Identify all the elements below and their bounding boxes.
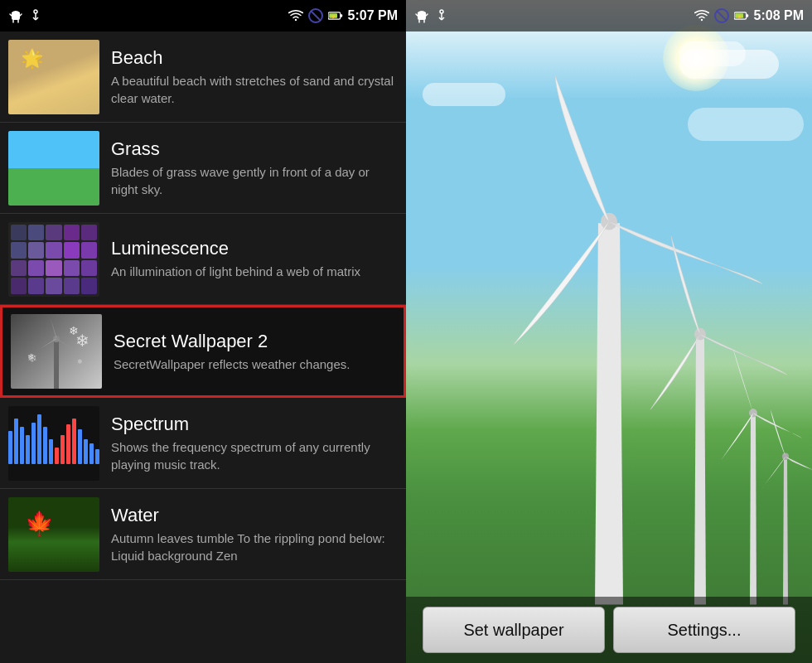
spectrum-bar (8, 431, 12, 464)
svg-line-25 (426, 14, 428, 16)
left-time: 5:07 PM (348, 8, 398, 23)
battery-icon: ⚡ (328, 8, 343, 23)
lumi-name: Luminescence (111, 238, 398, 259)
lumi-cell (81, 242, 97, 259)
beach-name: Beach (111, 47, 398, 69)
lumi-info: Luminescence An illumination of light be… (111, 238, 398, 280)
set-wallpaper-button[interactable]: Set wallpaper (423, 607, 605, 653)
lumi-cell (28, 260, 44, 277)
android-icon (8, 8, 23, 23)
lumi-cell (46, 225, 61, 241)
spectrum-bar (89, 443, 94, 464)
spectrum-bar (49, 439, 53, 464)
spectrum-desc: Shows the frequency spectrum of any curr… (111, 438, 398, 473)
svg-rect-14 (340, 14, 341, 17)
spectrum-thumb (8, 406, 99, 481)
spectrum-bar (60, 435, 65, 464)
spectrum-bar (20, 427, 24, 464)
spectrum-bars (8, 419, 99, 468)
list-item[interactable]: Grass Blades of grass wave gently in fro… (0, 123, 406, 214)
lumi-cell (11, 225, 27, 241)
svg-text:❄: ❄ (69, 324, 79, 337)
lumi-cell (64, 278, 80, 294)
left-panel: ⚡ 5:07 PM Beach A beautiful beach with s… (0, 0, 406, 663)
list-item[interactable]: Beach A beautiful beach with stretches o… (0, 31, 406, 123)
svg-point-32 (700, 19, 702, 21)
turbines-svg (406, 50, 812, 613)
spectrum-bar (31, 423, 36, 464)
lumi-thumbnail (8, 222, 99, 297)
svg-point-6 (34, 10, 37, 13)
beach-thumbnail (8, 40, 99, 114)
secret-desc: SecretWallpaper reflects weather changes… (114, 356, 395, 373)
list-item[interactable]: Luminescence An illumination of light be… (0, 214, 406, 305)
lumi-cell (64, 260, 80, 277)
left-status-icons (8, 8, 43, 23)
beach-desc: A beautiful beach with stretches of sand… (111, 72, 398, 107)
svg-line-3 (20, 14, 22, 16)
usb-icon (28, 8, 43, 23)
lumi-cell (46, 242, 61, 259)
right-time: 5:08 PM (754, 8, 804, 23)
svg-text:⚡: ⚡ (331, 13, 337, 20)
grass-thumbnail (8, 131, 99, 206)
secret-name: Secret Wallpaper 2 (114, 331, 395, 352)
list-item[interactable]: Spectrum Shows the frequency spectrum of… (0, 398, 406, 489)
svg-text:❄: ❄ (27, 352, 34, 361)
lumi-desc: An illumination of light behind a web of… (111, 263, 398, 280)
svg-text:❄: ❄ (77, 358, 83, 365)
right-status-right: ⚡ 5:08 PM (694, 8, 804, 23)
right-status-icons (414, 8, 449, 23)
grass-name: Grass (111, 138, 398, 160)
spectrum-bar (14, 419, 18, 464)
lumi-cell (11, 278, 27, 294)
spectrum-bar (95, 449, 99, 464)
lumi-cell (28, 242, 44, 259)
spectrum-bar (84, 439, 88, 464)
svg-rect-36 (746, 14, 747, 17)
lumi-cell (11, 242, 27, 259)
svg-marker-43 (750, 414, 756, 604)
svg-point-10 (294, 19, 296, 21)
svg-marker-39 (595, 223, 623, 604)
svg-point-46 (782, 452, 789, 459)
spectrum-bar (26, 435, 30, 464)
wallpaper-list: Beach A beautiful beach with stretches o… (0, 31, 406, 663)
usb-icon-right (434, 8, 449, 23)
wifi-icon (288, 8, 303, 23)
right-panel: ⚡ 5:08 PM (406, 0, 812, 663)
water-desc: Autumn leaves tumble To the rippling pon… (111, 530, 398, 564)
spectrum-bar (66, 424, 70, 464)
battery-icon-right: ⚡ (734, 8, 749, 23)
lumi-cell (28, 278, 44, 294)
secret-thumbnail: ❄ ❄ ❄ (11, 314, 102, 389)
wallpaper-preview (406, 0, 812, 663)
spectrum-info: Spectrum Shows the frequency spectrum of… (111, 414, 398, 473)
svg-marker-41 (694, 336, 706, 604)
grass-info: Grass Blades of grass wave gently in fro… (111, 138, 398, 198)
water-info: Water Autumn leaves tumble To the rippli… (111, 505, 398, 564)
secret-thumb: ❄ ❄ ❄ (11, 314, 102, 389)
list-item[interactable]: Water Autumn leaves tumble To the rippli… (0, 489, 406, 580)
grass-thumb (8, 131, 99, 206)
list-item[interactable]: ❄ ❄ ❄ Secret Wallpaper 2 SecretWallpaper… (0, 305, 406, 398)
svg-text:⚡: ⚡ (737, 13, 743, 20)
svg-line-34 (717, 11, 727, 21)
spectrum-bar (78, 429, 82, 464)
bottom-buttons: Set wallpaper Settings... (406, 597, 812, 663)
lumi-cell (64, 225, 80, 241)
lumi-cell (81, 260, 97, 277)
no-signal-icon (308, 8, 323, 23)
spectrum-bar (55, 448, 59, 464)
beach-thumb (8, 40, 99, 114)
svg-line-2 (10, 14, 12, 16)
beach-info: Beach A beautiful beach with stretches o… (111, 47, 398, 107)
lumi-thumb (8, 222, 99, 297)
right-status-bar: ⚡ 5:08 PM (406, 0, 812, 31)
left-status-right: ⚡ 5:07 PM (288, 8, 398, 23)
settings-button[interactable]: Settings... (613, 607, 795, 653)
water-thumbnail (8, 497, 99, 572)
secret-info: Secret Wallpaper 2 SecretWallpaper refle… (114, 331, 395, 373)
spectrum-bar (72, 419, 76, 464)
scene-background (406, 0, 812, 663)
